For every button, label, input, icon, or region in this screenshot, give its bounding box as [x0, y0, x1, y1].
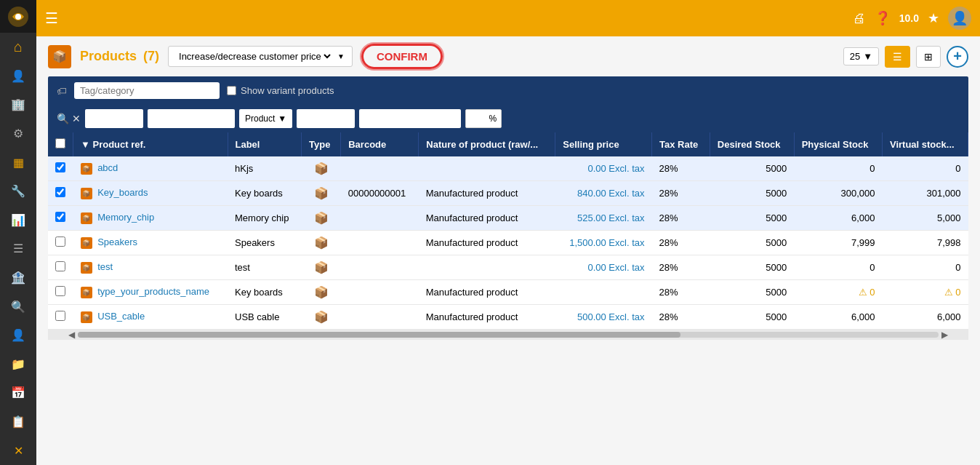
scroll-left-icon[interactable]: ◀ — [65, 330, 78, 340]
row-type: 📦 — [302, 280, 341, 305]
col-header-label[interactable]: Label — [228, 132, 302, 156]
score-label: 10.0 — [899, 12, 919, 24]
page-size-chevron-icon: ▼ — [863, 51, 872, 62]
barcode-filter-input[interactable] — [297, 109, 355, 128]
price-value[interactable]: 0.00 Excl. tax — [587, 163, 644, 174]
sidebar-item-person[interactable]: 👤 — [0, 321, 36, 350]
sidebar-item-chart[interactable]: 📊 — [0, 206, 36, 235]
sidebar-item-home[interactable]: ⌂ — [0, 33, 36, 62]
col-header-price[interactable]: Selling price — [555, 132, 652, 156]
col-header-desired[interactable]: Desired Stock — [710, 132, 794, 156]
sidebar-item-building[interactable]: 🏢 — [0, 90, 36, 119]
col-header-barcode[interactable]: Barcode — [341, 132, 419, 156]
sidebar-item-users[interactable]: 👤 — [0, 62, 36, 91]
print-icon[interactable]: 🖨 — [853, 11, 866, 26]
product-ref-link[interactable]: type_your_products_name — [97, 286, 209, 297]
row-checkbox-cell — [48, 156, 73, 181]
menu-icon[interactable]: ☰ — [45, 9, 58, 27]
product-ref-link[interactable]: abcd — [97, 162, 118, 173]
ref-filter-input[interactable] — [85, 109, 143, 128]
row-label: Key boards — [228, 280, 302, 305]
row-barcode — [341, 231, 419, 255]
product-ref-link[interactable]: Key_boards — [97, 187, 148, 198]
sidebar-item-search[interactable]: 🔍 — [0, 292, 36, 321]
col-header-virtual[interactable]: Virtual stock... — [882, 132, 968, 156]
sidebar-item-settings[interactable]: ⚙ — [0, 119, 36, 148]
action-select[interactable]: Increase/decrease customer price — [176, 50, 333, 63]
sidebar-item-list[interactable]: ☰ — [0, 234, 36, 263]
clear-search-icon[interactable]: ✕ — [72, 113, 81, 124]
price-value[interactable]: 840.00 Excl. tax — [577, 188, 645, 199]
row-tax: 28% — [652, 156, 710, 181]
row-checkbox[interactable] — [55, 212, 65, 222]
user-avatar[interactable]: 👤 — [948, 7, 971, 30]
row-barcode: 00000000001 — [341, 181, 419, 206]
star-icon[interactable]: ★ — [928, 10, 939, 26]
page-size-control[interactable]: 25 ▼ — [843, 47, 879, 65]
list-view-button[interactable]: ☰ — [885, 46, 910, 68]
app-logo[interactable] — [0, 0, 36, 33]
row-checkbox[interactable] — [55, 237, 65, 247]
product-ref-link[interactable]: Speakers — [97, 237, 137, 247]
type-filter-button[interactable]: Product ▼ — [239, 109, 292, 128]
col-header-ref[interactable]: ▼ Product ref. — [73, 132, 228, 156]
col-header-physical[interactable]: Physical Stock — [794, 132, 882, 156]
row-desired: 5000 — [710, 305, 794, 330]
topbar: ☰ 🖨 ❓ 10.0 ★ 👤 — [36, 0, 980, 36]
price-value[interactable]: 525.00 Excl. tax — [577, 212, 645, 223]
col-header-type[interactable]: Type — [302, 132, 341, 156]
product-icon: 📦 — [314, 237, 329, 249]
sidebar-item-bank[interactable]: 🏦 — [0, 263, 36, 293]
show-variant-checkbox[interactable] — [227, 86, 236, 95]
product-ref-link[interactable]: Memory_chip — [97, 212, 154, 223]
row-physical: 0 — [794, 156, 882, 181]
label-filter-input[interactable] — [148, 109, 235, 128]
col-header-nature[interactable]: Nature of product (raw/... — [419, 132, 555, 156]
action-dropdown[interactable]: Increase/decrease customer price ▼ — [168, 46, 353, 67]
scroll-track[interactable] — [78, 332, 939, 338]
confirm-button[interactable]: CONFIRM — [361, 44, 443, 69]
row-checkbox-cell — [48, 231, 73, 255]
price-value[interactable]: 500.00 Excl. tax — [577, 311, 645, 322]
sidebar-item-calendar[interactable]: 📅 — [0, 378, 36, 408]
row-checkbox[interactable] — [55, 187, 65, 197]
tag-category-input[interactable] — [74, 82, 220, 99]
row-checkbox[interactable] — [55, 311, 65, 321]
svg-point-1 — [15, 14, 21, 20]
product-ref-link[interactable]: test — [97, 261, 113, 272]
product-type-label: Product — [245, 114, 275, 124]
price-value[interactable]: 1,500.00 Excl. tax — [569, 237, 644, 248]
row-checkbox[interactable] — [55, 162, 65, 172]
row-physical: 300,000 — [794, 181, 882, 206]
nature-filter-input[interactable] — [359, 109, 461, 128]
scroll-right-icon[interactable]: ▶ — [939, 330, 951, 340]
header-right-controls: 25 ▼ ☰ ⊞ + — [843, 46, 968, 68]
scroll-thumb[interactable] — [78, 332, 680, 338]
row-virtual: 7,998 — [882, 231, 968, 255]
percent-filter-input[interactable] — [465, 109, 502, 128]
row-checkbox[interactable] — [55, 261, 65, 271]
row-ref: 📦 abcd — [73, 156, 228, 181]
horizontal-scrollbar[interactable]: ◀ ▶ — [48, 330, 968, 340]
page-title[interactable]: Products (7) — [80, 49, 159, 64]
sidebar-item-table[interactable]: 📋 — [0, 408, 36, 437]
tag-icon: 🏷 — [57, 85, 67, 97]
col-header-tax[interactable]: Tax Rate — [652, 132, 710, 156]
product-icon: 📦 — [314, 261, 329, 274]
price-value[interactable]: 0.00 Excl. tax — [587, 262, 644, 273]
product-ref-link[interactable]: USB_cable — [97, 311, 145, 322]
row-checkbox[interactable] — [55, 286, 65, 296]
sidebar-item-barcode[interactable]: ▦ — [0, 148, 36, 177]
row-virtual: 5,000 — [882, 206, 968, 231]
grid-view-button[interactable]: ⊞ — [916, 46, 941, 68]
add-product-button[interactable]: + — [947, 46, 968, 68]
search-icon[interactable]: 🔍 — [57, 113, 69, 124]
select-all-checkbox[interactable] — [55, 138, 65, 148]
row-ref: 📦 test — [73, 255, 228, 280]
main-area: ☰ 🖨 ❓ 10.0 ★ 👤 📦 Products (7) Increase/d… — [36, 0, 980, 465]
help-icon[interactable]: ❓ — [875, 10, 891, 26]
sidebar-item-folder[interactable]: 📁 — [0, 350, 36, 379]
sidebar-item-tools[interactable]: 🔧 — [0, 177, 36, 206]
sidebar-item-wrench[interactable]: ✕ — [0, 436, 36, 465]
row-ref: 📦 Memory_chip — [73, 206, 228, 231]
